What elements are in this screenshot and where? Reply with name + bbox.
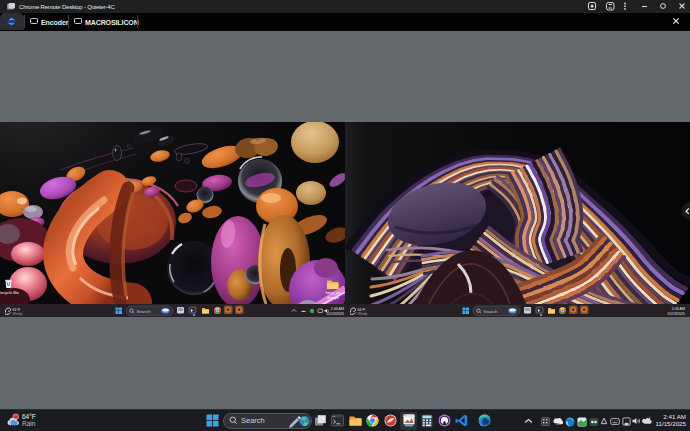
svg-text:Windy: Windy [358,312,368,316]
svg-text:dumps: dumps [327,295,339,300]
svg-text:Search: Search [484,309,498,314]
svg-text:Search: Search [137,309,151,314]
svg-text:2:46 AM: 2:46 AM [331,307,344,311]
svg-text:Windy: Windy [13,312,23,316]
svg-text:11/13/2025: 11/13/2025 [667,312,685,316]
svg-text:11/13/2025: 11/13/2025 [326,312,344,316]
svg-text:Recycle Bin: Recycle Bin [0,290,19,295]
svg-text:2:46 AM: 2:46 AM [672,307,685,311]
